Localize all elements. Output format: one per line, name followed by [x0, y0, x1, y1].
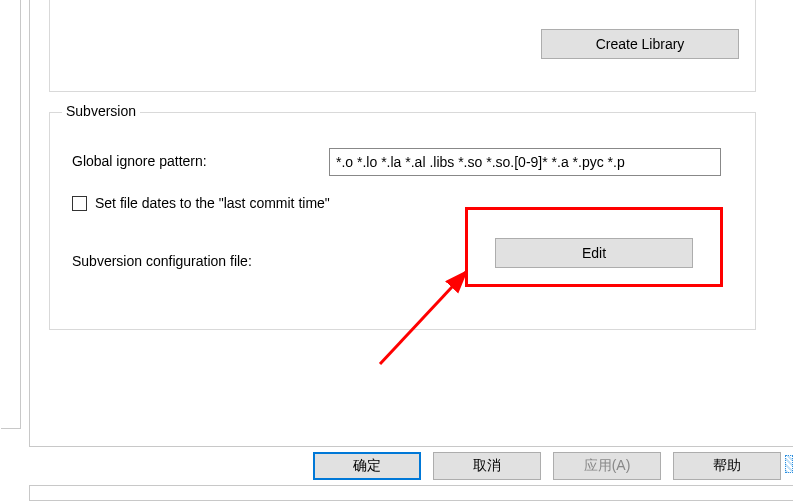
cancel-button[interactable]: 取消 — [433, 452, 541, 480]
ok-button[interactable]: 确定 — [313, 452, 421, 480]
last-commit-time-option[interactable]: Set file dates to the "last commit time" — [72, 195, 330, 211]
config-file-label: Subversion configuration file: — [72, 253, 252, 269]
checkbox-icon[interactable] — [72, 196, 87, 211]
global-ignore-input[interactable] — [329, 148, 721, 176]
global-ignore-label: Global ignore pattern: — [72, 153, 207, 169]
last-commit-time-label: Set file dates to the "last commit time" — [95, 195, 330, 211]
create-library-button[interactable]: Create Library — [541, 29, 739, 59]
help-button[interactable]: 帮助 — [673, 452, 781, 480]
background-window-fragment — [1, 0, 21, 429]
window-resize-hint-icon — [785, 455, 793, 473]
edit-config-button[interactable]: Edit — [495, 238, 693, 268]
library-group: Create Library — [49, 0, 756, 92]
dialog-left-edge — [29, 0, 30, 501]
apply-button[interactable]: 应用(A) — [553, 452, 661, 480]
subversion-legend: Subversion — [62, 103, 140, 119]
dialog-footer: 确定 取消 应用(A) 帮助 — [29, 446, 793, 486]
subversion-group: Subversion Global ignore pattern: Set fi… — [49, 112, 756, 330]
